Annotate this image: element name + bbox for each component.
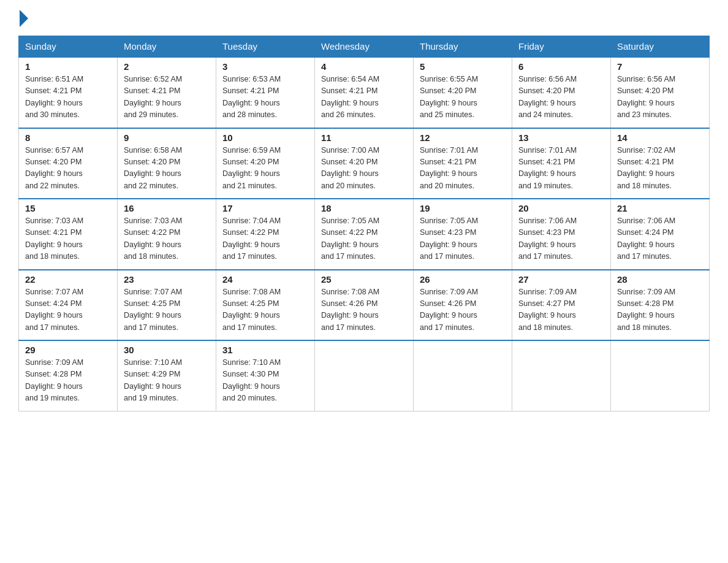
day-info: Sunrise: 7:10 AMSunset: 4:30 PMDaylight:… xyxy=(222,357,308,405)
day-info: Sunrise: 6:53 AMSunset: 4:21 PMDaylight:… xyxy=(222,74,308,121)
day-number: 10 xyxy=(222,132,308,143)
day-number: 26 xyxy=(420,274,506,285)
calendar-cell: 6Sunrise: 6:56 AMSunset: 4:20 PMDaylight… xyxy=(512,57,611,128)
day-info: Sunrise: 7:10 AMSunset: 4:29 PMDaylight:… xyxy=(124,357,210,405)
day-info: Sunrise: 7:08 AMSunset: 4:26 PMDaylight:… xyxy=(321,286,407,334)
calendar-cell: 27Sunrise: 7:09 AMSunset: 4:27 PMDayligh… xyxy=(512,270,611,341)
day-number: 25 xyxy=(321,274,407,285)
day-number: 21 xyxy=(617,203,703,213)
logo-triangle-icon xyxy=(20,10,28,27)
day-number: 30 xyxy=(124,345,210,355)
day-number: 23 xyxy=(124,274,210,285)
calendar-cell: 11Sunrise: 7:00 AMSunset: 4:20 PMDayligh… xyxy=(315,128,414,199)
calendar-cell xyxy=(611,340,710,411)
day-number: 27 xyxy=(518,274,604,285)
calendar-cell: 19Sunrise: 7:05 AMSunset: 4:23 PMDayligh… xyxy=(414,199,512,270)
calendar-week-4: 22Sunrise: 7:07 AMSunset: 4:24 PMDayligh… xyxy=(19,270,710,341)
calendar-cell: 21Sunrise: 7:06 AMSunset: 4:24 PMDayligh… xyxy=(611,199,710,270)
day-info: Sunrise: 7:09 AMSunset: 4:28 PMDaylight:… xyxy=(617,286,703,334)
day-info: Sunrise: 7:00 AMSunset: 4:20 PMDaylight:… xyxy=(321,145,407,193)
day-number: 3 xyxy=(222,61,308,72)
day-number: 29 xyxy=(25,345,111,355)
calendar-cell xyxy=(512,340,611,411)
calendar-cell: 8Sunrise: 6:57 AMSunset: 4:20 PMDaylight… xyxy=(19,128,118,199)
day-info: Sunrise: 6:54 AMSunset: 4:21 PMDaylight:… xyxy=(321,74,407,121)
day-number: 18 xyxy=(321,203,407,213)
calendar-header: SundayMondayTuesdayWednesdayThursdayFrid… xyxy=(19,36,710,58)
day-number: 5 xyxy=(420,61,506,72)
day-info: Sunrise: 6:52 AMSunset: 4:21 PMDaylight:… xyxy=(124,74,210,121)
day-info: Sunrise: 7:09 AMSunset: 4:27 PMDaylight:… xyxy=(518,286,604,334)
calendar-cell: 14Sunrise: 7:02 AMSunset: 4:21 PMDayligh… xyxy=(611,128,710,199)
day-info: Sunrise: 7:09 AMSunset: 4:26 PMDaylight:… xyxy=(420,286,506,334)
calendar-cell: 9Sunrise: 6:58 AMSunset: 4:20 PMDaylight… xyxy=(118,128,216,199)
day-number: 13 xyxy=(518,132,604,143)
day-number: 2 xyxy=(124,61,210,72)
day-info: Sunrise: 7:07 AMSunset: 4:25 PMDaylight:… xyxy=(124,286,210,334)
header-day-saturday: Saturday xyxy=(611,36,710,58)
calendar-body: 1Sunrise: 6:51 AMSunset: 4:21 PMDaylight… xyxy=(19,57,710,411)
calendar-cell: 28Sunrise: 7:09 AMSunset: 4:28 PMDayligh… xyxy=(611,270,710,341)
calendar-cell: 15Sunrise: 7:03 AMSunset: 4:21 PMDayligh… xyxy=(19,199,118,270)
calendar-cell: 2Sunrise: 6:52 AMSunset: 4:21 PMDaylight… xyxy=(118,57,216,128)
calendar-cell: 18Sunrise: 7:05 AMSunset: 4:22 PMDayligh… xyxy=(315,199,414,270)
page-header xyxy=(18,12,710,23)
calendar-cell: 5Sunrise: 6:55 AMSunset: 4:20 PMDaylight… xyxy=(414,57,512,128)
header-day-tuesday: Tuesday xyxy=(216,36,315,58)
day-info: Sunrise: 6:51 AMSunset: 4:21 PMDaylight:… xyxy=(25,74,111,121)
calendar-cell: 16Sunrise: 7:03 AMSunset: 4:22 PMDayligh… xyxy=(118,199,216,270)
day-info: Sunrise: 7:09 AMSunset: 4:28 PMDaylight:… xyxy=(25,357,111,405)
day-number: 22 xyxy=(25,274,111,285)
day-number: 24 xyxy=(222,274,308,285)
logo xyxy=(18,12,28,23)
calendar-cell: 30Sunrise: 7:10 AMSunset: 4:29 PMDayligh… xyxy=(118,340,216,411)
calendar-cell: 12Sunrise: 7:01 AMSunset: 4:21 PMDayligh… xyxy=(414,128,512,199)
day-number: 20 xyxy=(518,203,604,213)
day-number: 1 xyxy=(25,61,111,72)
day-info: Sunrise: 7:01 AMSunset: 4:21 PMDaylight:… xyxy=(518,145,604,193)
day-info: Sunrise: 6:55 AMSunset: 4:20 PMDaylight:… xyxy=(420,74,506,121)
calendar-week-3: 15Sunrise: 7:03 AMSunset: 4:21 PMDayligh… xyxy=(19,199,710,270)
header-row: SundayMondayTuesdayWednesdayThursdayFrid… xyxy=(19,36,710,58)
day-number: 4 xyxy=(321,61,407,72)
calendar-cell: 3Sunrise: 6:53 AMSunset: 4:21 PMDaylight… xyxy=(216,57,315,128)
calendar-cell: 26Sunrise: 7:09 AMSunset: 4:26 PMDayligh… xyxy=(414,270,512,341)
header-day-monday: Monday xyxy=(118,36,216,58)
calendar-cell: 10Sunrise: 6:59 AMSunset: 4:20 PMDayligh… xyxy=(216,128,315,199)
day-info: Sunrise: 7:07 AMSunset: 4:24 PMDaylight:… xyxy=(25,286,111,334)
day-number: 14 xyxy=(617,132,703,143)
day-info: Sunrise: 7:05 AMSunset: 4:22 PMDaylight:… xyxy=(321,215,407,263)
calendar-cell: 17Sunrise: 7:04 AMSunset: 4:22 PMDayligh… xyxy=(216,199,315,270)
calendar-cell: 20Sunrise: 7:06 AMSunset: 4:23 PMDayligh… xyxy=(512,199,611,270)
calendar-cell xyxy=(315,340,414,411)
day-info: Sunrise: 6:59 AMSunset: 4:20 PMDaylight:… xyxy=(222,145,308,193)
day-number: 31 xyxy=(222,345,308,355)
calendar-week-2: 8Sunrise: 6:57 AMSunset: 4:20 PMDaylight… xyxy=(19,128,710,199)
calendar-cell: 22Sunrise: 7:07 AMSunset: 4:24 PMDayligh… xyxy=(19,270,118,341)
day-number: 15 xyxy=(25,203,111,213)
day-number: 6 xyxy=(518,61,604,72)
day-number: 28 xyxy=(617,274,703,285)
day-info: Sunrise: 7:03 AMSunset: 4:21 PMDaylight:… xyxy=(25,215,111,263)
day-info: Sunrise: 7:03 AMSunset: 4:22 PMDaylight:… xyxy=(124,215,210,263)
calendar-cell xyxy=(414,340,512,411)
calendar-week-5: 29Sunrise: 7:09 AMSunset: 4:28 PMDayligh… xyxy=(19,340,710,411)
day-number: 19 xyxy=(420,203,506,213)
day-number: 9 xyxy=(124,132,210,143)
calendar-table: SundayMondayTuesdayWednesdayThursdayFrid… xyxy=(18,36,710,412)
header-day-sunday: Sunday xyxy=(19,36,118,58)
day-info: Sunrise: 6:57 AMSunset: 4:20 PMDaylight:… xyxy=(25,145,111,193)
day-info: Sunrise: 7:01 AMSunset: 4:21 PMDaylight:… xyxy=(420,145,506,193)
header-day-thursday: Thursday xyxy=(414,36,512,58)
day-info: Sunrise: 7:04 AMSunset: 4:22 PMDaylight:… xyxy=(222,215,308,263)
header-day-wednesday: Wednesday xyxy=(315,36,414,58)
calendar-cell: 25Sunrise: 7:08 AMSunset: 4:26 PMDayligh… xyxy=(315,270,414,341)
day-number: 8 xyxy=(25,132,111,143)
calendar-cell: 23Sunrise: 7:07 AMSunset: 4:25 PMDayligh… xyxy=(118,270,216,341)
calendar-week-1: 1Sunrise: 6:51 AMSunset: 4:21 PMDaylight… xyxy=(19,57,710,128)
day-info: Sunrise: 6:58 AMSunset: 4:20 PMDaylight:… xyxy=(124,145,210,193)
calendar-cell: 29Sunrise: 7:09 AMSunset: 4:28 PMDayligh… xyxy=(19,340,118,411)
day-number: 11 xyxy=(321,132,407,143)
calendar-cell: 4Sunrise: 6:54 AMSunset: 4:21 PMDaylight… xyxy=(315,57,414,128)
day-info: Sunrise: 7:08 AMSunset: 4:25 PMDaylight:… xyxy=(222,286,308,334)
